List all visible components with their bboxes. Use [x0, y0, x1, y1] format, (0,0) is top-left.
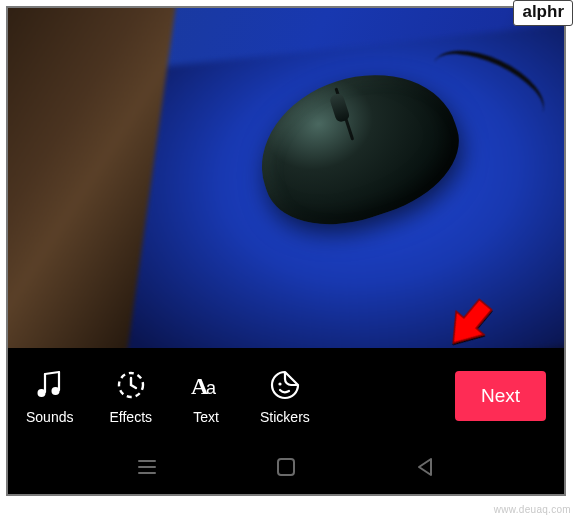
recents-button[interactable]: [134, 454, 160, 480]
music-note-icon: [32, 367, 68, 403]
svg-point-2: [51, 387, 59, 395]
stickers-label: Stickers: [260, 409, 310, 425]
svg-rect-10: [278, 459, 294, 475]
sounds-button[interactable]: Sounds: [26, 367, 73, 425]
text-button[interactable]: A a Text: [188, 367, 224, 425]
android-navbar: [8, 439, 564, 494]
watermark: www.deuaq.com: [494, 504, 571, 515]
app-frame: Sounds Effects A a Text: [6, 6, 566, 496]
stickers-button[interactable]: Stickers: [260, 367, 310, 425]
sticker-icon: [267, 367, 303, 403]
next-button[interactable]: Next: [455, 371, 546, 421]
text-label: Text: [193, 409, 219, 425]
tool-group: Sounds Effects A a Text: [26, 367, 310, 425]
sounds-label: Sounds: [26, 409, 73, 425]
svg-text:a: a: [206, 378, 217, 398]
home-button[interactable]: [273, 454, 299, 480]
edit-toolbar: Sounds Effects A a Text: [8, 348, 564, 443]
back-button[interactable]: [412, 454, 438, 480]
effects-label: Effects: [109, 409, 152, 425]
source-badge: alphr: [513, 0, 573, 26]
effects-button[interactable]: Effects: [109, 367, 152, 425]
svg-point-1: [37, 389, 45, 397]
text-icon: A a: [188, 367, 224, 403]
effects-icon: [113, 367, 149, 403]
video-preview[interactable]: [8, 8, 564, 348]
svg-point-6: [278, 382, 281, 385]
